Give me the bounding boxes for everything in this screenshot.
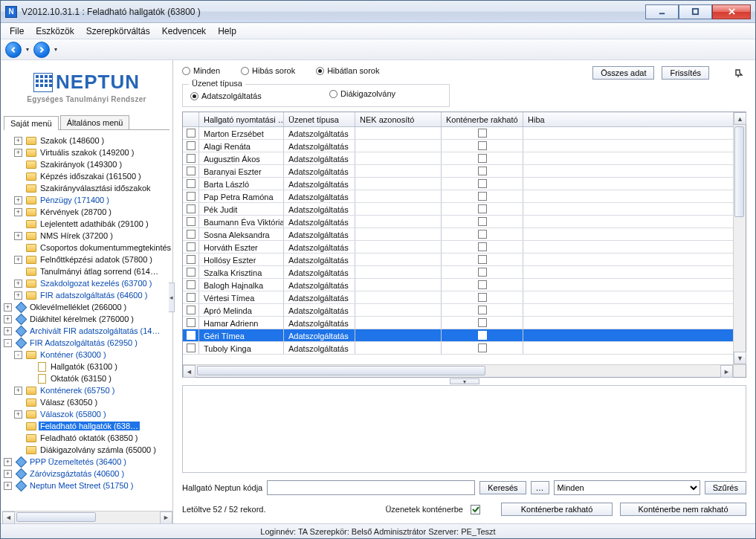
cell-checkbox[interactable] [478, 217, 487, 226]
splitter-grip-icon[interactable]: ▾ [450, 378, 479, 384]
cell-checkbox[interactable] [478, 280, 487, 289]
table-row[interactable]: Vértesi TímeaAdatszolgáltatás [183, 291, 733, 304]
col-containerable[interactable]: Konténerbe rakható [442, 112, 523, 126]
table-row[interactable]: Pék JuditAdatszolgáltatás [183, 203, 733, 216]
nav-back-dropdown[interactable]: ▾ [25, 46, 30, 53]
hscroll-left-icon[interactable]: ◄ [183, 365, 196, 378]
tree-item[interactable]: Válasz (63050 ) [4, 396, 172, 408]
expand-icon[interactable]: + [14, 196, 22, 204]
cell-checkbox[interactable] [478, 192, 487, 201]
row-checkbox[interactable] [187, 141, 196, 150]
tree-item[interactable]: Feladható oktatók (63850 ) [4, 432, 172, 444]
scroll-left-icon[interactable]: ◄ [2, 511, 15, 524]
refresh-button[interactable]: Frissítés [662, 66, 709, 80]
grid-hscrollbar[interactable]: ◄ ► [183, 364, 733, 377]
table-row[interactable]: Balogh HajnalkaAdatszolgáltatás [183, 279, 733, 291]
tree-item[interactable]: +PPP Üzemeltetés (36400 ) [4, 456, 172, 468]
table-row[interactable]: Szalka KrisztinaAdatszolgáltatás [183, 266, 733, 279]
row-checkbox[interactable] [187, 318, 196, 327]
table-row[interactable]: Horváth EszterAdatszolgáltatás [183, 241, 733, 254]
row-checkbox[interactable] [187, 242, 196, 251]
tree-item[interactable]: -Konténer (63000 ) [4, 349, 172, 361]
row-checkbox[interactable] [187, 268, 196, 277]
tab-own-menu[interactable]: Saját menü [4, 116, 59, 130]
cell-checkbox[interactable] [478, 255, 487, 264]
tree-item[interactable]: +Konténerek (65750 ) [4, 384, 172, 396]
nav-forward-dropdown[interactable]: ▾ [53, 46, 59, 53]
expand-icon[interactable]: + [4, 315, 12, 323]
radio-msgtype-card[interactable]: Diákigazolvány [329, 89, 395, 98]
row-checkbox[interactable] [187, 192, 196, 201]
cell-checkbox[interactable] [478, 293, 487, 302]
row-checkbox[interactable] [187, 255, 196, 264]
tree-item[interactable]: +Válaszok (65800 ) [4, 408, 172, 420]
cell-checkbox[interactable] [478, 242, 487, 251]
table-row[interactable]: Apró MelindaAdatszolgáltatás [183, 304, 733, 317]
table-row[interactable]: Tuboly KingaAdatszolgáltatás [183, 342, 733, 355]
expand-icon[interactable]: - [4, 339, 12, 347]
tree-item[interactable]: +Kérvények (28700 ) [4, 206, 172, 218]
radio-error-rows[interactable]: Hibás sorok [241, 66, 295, 75]
row-checkbox[interactable] [187, 293, 196, 302]
expand-icon[interactable]: + [14, 256, 22, 264]
row-checkbox[interactable] [187, 179, 196, 188]
tree-item[interactable]: Diákigazolvány számla (65000 ) [4, 444, 172, 456]
close-button[interactable] [712, 4, 751, 19]
tree-item[interactable]: Szakirányválasztási időszakok [4, 182, 172, 194]
pane-collapse-handle[interactable]: ◂ [169, 283, 175, 312]
grid-splitter[interactable]: ▾ [182, 378, 746, 385]
scroll-up-icon[interactable]: ▲ [734, 112, 746, 125]
row-checkbox[interactable] [187, 331, 196, 340]
menu-rolechange[interactable]: Szerepkörváltás [80, 25, 156, 38]
tree-hscrollbar[interactable]: ◄ ► [2, 511, 172, 523]
tree-item[interactable]: +Virtuális szakok (149200 ) [4, 146, 172, 158]
row-checkbox[interactable] [187, 167, 196, 175]
tree-item[interactable]: Oktatók (63150 ) [4, 372, 172, 384]
row-checkbox[interactable] [187, 204, 196, 213]
table-row[interactable]: Augusztin ÁkosAdatszolgáltatás [183, 152, 733, 165]
tree-item[interactable]: Csoportos dokumentummegtekintés [4, 242, 172, 254]
all-data-button[interactable]: Összes adat [592, 66, 654, 80]
menu-help[interactable]: Help [212, 25, 242, 38]
scroll-down-icon[interactable]: ▼ [734, 352, 746, 364]
expand-icon[interactable]: + [4, 327, 12, 335]
row-checkbox[interactable] [187, 280, 196, 289]
tree-item[interactable]: Hallgatók (63100 ) [4, 361, 172, 372]
expand-icon[interactable]: + [14, 232, 22, 240]
menu-favorites[interactable]: Kedvencek [156, 25, 212, 38]
col-student-name[interactable]: Hallgató nyomtatási … [199, 112, 284, 126]
table-row[interactable]: Pap Petra RamónaAdatszolgáltatás [183, 190, 733, 203]
table-row[interactable]: Baranyai EszterAdatszolgáltatás [183, 165, 733, 178]
tree-item[interactable]: -FIR Adatszolgáltatás (62950 ) [4, 337, 172, 349]
tree-item[interactable]: Lejelentett adathibák (29100 ) [4, 218, 172, 230]
tree-item[interactable]: Feladható hallgatók (638… [4, 420, 172, 432]
expand-icon[interactable]: + [14, 280, 22, 288]
tree-item[interactable]: +Neptun Meet Street (51750 ) [4, 480, 172, 491]
cell-checkbox[interactable] [478, 268, 487, 277]
row-checkbox[interactable] [187, 306, 196, 314]
expand-icon[interactable]: + [14, 387, 22, 395]
row-checkbox[interactable] [187, 217, 196, 226]
table-row[interactable]: Hamar AdriennAdatszolgáltatás [183, 317, 733, 329]
filter-button[interactable]: Szűrés [705, 481, 746, 494]
expand-icon[interactable]: + [14, 137, 22, 145]
more-button[interactable]: … [531, 481, 549, 494]
maximize-button[interactable] [679, 4, 712, 19]
col-nek-id[interactable]: NEK azonosító [355, 112, 442, 126]
cell-checkbox[interactable] [478, 129, 487, 138]
tree-item[interactable]: Szakirányok (149300 ) [4, 158, 172, 170]
tab-general-menu[interactable]: Általános menü [60, 115, 130, 129]
nav-tree[interactable]: +Szakok (148600 )+Virtuális szakok (1492… [2, 133, 172, 510]
table-row[interactable]: Sosna AleksandraAdatszolgáltatás [183, 228, 733, 241]
scroll-thumb[interactable] [16, 512, 96, 522]
radio-msgtype-data[interactable]: Adatszolgáltatás [190, 91, 262, 100]
container-checkbox[interactable] [471, 505, 480, 514]
row-checkbox[interactable] [187, 129, 196, 138]
hscroll-thumb[interactable] [197, 366, 485, 375]
vscroll-thumb[interactable] [734, 126, 744, 217]
table-row[interactable]: Barta LászlóAdatszolgáltatás [183, 178, 733, 190]
expand-icon[interactable]: + [4, 458, 12, 466]
col-message-type[interactable]: Üzenet típusa [284, 112, 355, 126]
pin-icon[interactable] [730, 66, 748, 80]
nav-forward-button[interactable] [33, 42, 50, 58]
